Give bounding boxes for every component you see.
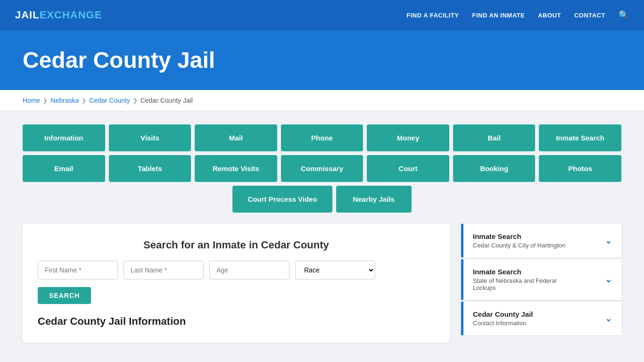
tile-court[interactable]: Court	[367, 155, 449, 182]
tile-money[interactable]: Money	[367, 124, 449, 151]
tile-nearby-jails[interactable]: Nearby Jails	[336, 186, 412, 213]
hero-banner: Cedar County Jail	[0, 30, 644, 90]
content-area: Search for an Inmate in Cedar County Rac…	[23, 224, 621, 343]
tile-booking[interactable]: Booking	[453, 155, 536, 182]
right-card-inmate-search-nebraska[interactable]: Inmate Search State of Nebraska and Fede…	[461, 259, 621, 300]
logo[interactable]: JAIL EXCHANGE	[15, 9, 102, 21]
tile-photos[interactable]: Photos	[539, 155, 621, 182]
page-title: Cedar County Jail	[23, 47, 621, 73]
find-inmate-link[interactable]: FIND AN INMATE	[472, 12, 525, 19]
right-card-subtitle-2: Contact Information	[473, 320, 533, 327]
breadcrumb-sep-3: ❯	[133, 97, 138, 104]
right-card-inmate-search-cedar[interactable]: Inmate Search Cedar County & City of Har…	[461, 224, 621, 257]
breadcrumb-cedar-county[interactable]: Cedar County	[89, 97, 130, 104]
tiles-row-3: Court Process Video Nearby Jails	[23, 186, 621, 213]
info-section-title: Cedar County Jail Information	[38, 315, 435, 328]
breadcrumb-current: Cedar County Jail	[140, 97, 193, 104]
age-input[interactable]	[209, 261, 289, 280]
tile-bail[interactable]: Bail	[453, 124, 536, 151]
about-link[interactable]: ABOUT	[538, 12, 561, 19]
last-name-input[interactable]	[124, 261, 204, 280]
logo-jail: JAIL	[15, 9, 40, 21]
tile-inmate-search[interactable]: Inmate Search	[539, 124, 621, 151]
right-panel: Inmate Search Cedar County & City of Har…	[461, 224, 621, 343]
first-name-input[interactable]	[38, 261, 118, 280]
breadcrumb-sep-2: ❯	[82, 97, 86, 104]
search-form: Race White Black Hispanic Asian Other	[38, 261, 435, 280]
tile-tablets[interactable]: Tablets	[109, 155, 191, 182]
tile-phone[interactable]: Phone	[281, 124, 363, 151]
search-button[interactable]: SEARCH	[38, 287, 91, 304]
tile-information[interactable]: Information	[23, 124, 105, 151]
navbar: JAIL EXCHANGE FIND A FACILITY FIND AN IN…	[0, 0, 644, 30]
tile-mail[interactable]: Mail	[195, 124, 277, 151]
right-card-title-1: Inmate Search	[473, 268, 556, 276]
main-content: Information Visits Mail Phone Money Bail…	[0, 111, 644, 356]
tile-court-process-video[interactable]: Court Process Video	[232, 186, 332, 213]
logo-exchange: EXCHANGE	[40, 9, 102, 21]
tile-commissary[interactable]: Commissary	[281, 155, 363, 182]
right-card-title-2: Cedar County Jail	[473, 310, 533, 318]
chevron-down-icon-1: ⌄	[605, 274, 612, 285]
breadcrumb: Home ❯ Nebraska ❯ Cedar County ❯ Cedar C…	[23, 97, 621, 104]
contact-link[interactable]: CONTACT	[574, 12, 605, 19]
breadcrumb-nebraska[interactable]: Nebraska	[50, 97, 79, 104]
tiles-row-1: Information Visits Mail Phone Money Bail…	[23, 124, 621, 151]
tile-email[interactable]: Email	[23, 155, 105, 182]
right-card-subtitle-1: State of Nebraska and FederalLockups	[473, 277, 556, 291]
right-card-subtitle-0: Cedar County & City of Hartington	[473, 242, 566, 249]
tiles-row-2: Email Tablets Remote Visits Commissary C…	[23, 155, 621, 182]
nav-links: FIND A FACILITY FIND AN INMATE ABOUT CON…	[406, 10, 629, 20]
search-icon[interactable]: 🔍	[619, 10, 629, 20]
breadcrumb-sep-1: ❯	[43, 97, 48, 104]
right-card-title-0: Inmate Search	[473, 232, 566, 240]
find-facility-link[interactable]: FIND A FACILITY	[406, 12, 459, 19]
left-panel: Search for an Inmate in Cedar County Rac…	[23, 224, 450, 343]
race-select[interactable]: Race White Black Hispanic Asian Other	[295, 261, 375, 280]
tile-remote-visits[interactable]: Remote Visits	[195, 155, 277, 182]
tile-visits[interactable]: Visits	[109, 124, 191, 151]
search-title: Search for an Inmate in Cedar County	[38, 239, 435, 251]
breadcrumb-bar: Home ❯ Nebraska ❯ Cedar County ❯ Cedar C…	[0, 90, 644, 111]
chevron-down-icon-2: ⌄	[605, 313, 612, 324]
chevron-down-icon-0: ⌄	[605, 236, 612, 246]
right-card-contact-info[interactable]: Cedar County Jail Contact Information ⌄	[461, 302, 621, 335]
breadcrumb-home[interactable]: Home	[23, 97, 40, 104]
